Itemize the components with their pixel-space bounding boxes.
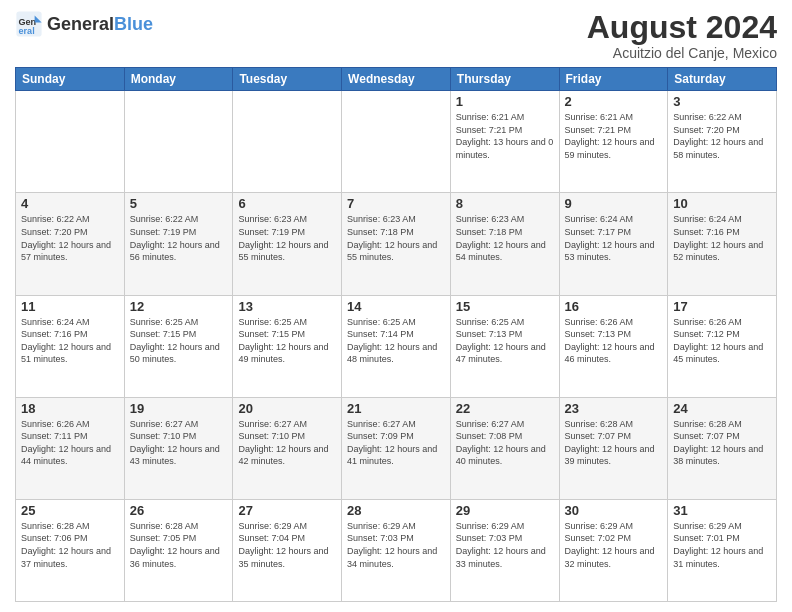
day-info: Sunrise: 6:21 AM Sunset: 7:21 PM Dayligh… xyxy=(565,111,663,161)
day-info: Sunrise: 6:26 AM Sunset: 7:12 PM Dayligh… xyxy=(673,316,771,366)
sunrise-text: Sunrise: 6:21 AM xyxy=(456,112,525,122)
table-row: 1 Sunrise: 6:21 AM Sunset: 7:21 PM Dayli… xyxy=(450,91,559,193)
daylight-text: Daylight: 12 hours and 39 minutes. xyxy=(565,444,655,467)
day-info: Sunrise: 6:29 AM Sunset: 7:03 PM Dayligh… xyxy=(456,520,554,570)
table-row: 9 Sunrise: 6:24 AM Sunset: 7:17 PM Dayli… xyxy=(559,193,668,295)
col-friday: Friday xyxy=(559,68,668,91)
day-info: Sunrise: 6:26 AM Sunset: 7:13 PM Dayligh… xyxy=(565,316,663,366)
day-number: 3 xyxy=(673,94,771,109)
title-block: August 2024 Acuitzio del Canje, Mexico xyxy=(587,10,777,61)
table-row: 14 Sunrise: 6:25 AM Sunset: 7:14 PM Dayl… xyxy=(342,295,451,397)
table-row xyxy=(124,91,233,193)
logo-blue-text: Blue xyxy=(114,14,153,34)
col-sunday: Sunday xyxy=(16,68,125,91)
day-number: 15 xyxy=(456,299,554,314)
day-info: Sunrise: 6:29 AM Sunset: 7:01 PM Dayligh… xyxy=(673,520,771,570)
day-number: 19 xyxy=(130,401,228,416)
day-number: 2 xyxy=(565,94,663,109)
sunset-text: Sunset: 7:20 PM xyxy=(21,227,88,237)
day-number: 31 xyxy=(673,503,771,518)
sunset-text: Sunset: 7:04 PM xyxy=(238,533,305,543)
day-info: Sunrise: 6:23 AM Sunset: 7:19 PM Dayligh… xyxy=(238,213,336,263)
sunrise-text: Sunrise: 6:28 AM xyxy=(21,521,90,531)
day-number: 16 xyxy=(565,299,663,314)
day-info: Sunrise: 6:21 AM Sunset: 7:21 PM Dayligh… xyxy=(456,111,554,161)
sunset-text: Sunset: 7:13 PM xyxy=(456,329,523,339)
day-info: Sunrise: 6:25 AM Sunset: 7:15 PM Dayligh… xyxy=(130,316,228,366)
sunrise-text: Sunrise: 6:21 AM xyxy=(565,112,634,122)
day-info: Sunrise: 6:25 AM Sunset: 7:13 PM Dayligh… xyxy=(456,316,554,366)
sunset-text: Sunset: 7:15 PM xyxy=(238,329,305,339)
sunset-text: Sunset: 7:20 PM xyxy=(673,125,740,135)
sunrise-text: Sunrise: 6:25 AM xyxy=(130,317,199,327)
day-number: 22 xyxy=(456,401,554,416)
sunrise-text: Sunrise: 6:24 AM xyxy=(21,317,90,327)
day-number: 25 xyxy=(21,503,119,518)
day-info: Sunrise: 6:29 AM Sunset: 7:02 PM Dayligh… xyxy=(565,520,663,570)
table-row xyxy=(233,91,342,193)
day-number: 11 xyxy=(21,299,119,314)
table-row: 24 Sunrise: 6:28 AM Sunset: 7:07 PM Dayl… xyxy=(668,397,777,499)
table-row: 8 Sunrise: 6:23 AM Sunset: 7:18 PM Dayli… xyxy=(450,193,559,295)
table-row: 15 Sunrise: 6:25 AM Sunset: 7:13 PM Dayl… xyxy=(450,295,559,397)
day-info: Sunrise: 6:24 AM Sunset: 7:16 PM Dayligh… xyxy=(673,213,771,263)
table-row: 3 Sunrise: 6:22 AM Sunset: 7:20 PM Dayli… xyxy=(668,91,777,193)
day-info: Sunrise: 6:28 AM Sunset: 7:06 PM Dayligh… xyxy=(21,520,119,570)
sunset-text: Sunset: 7:21 PM xyxy=(456,125,523,135)
daylight-text: Daylight: 12 hours and 47 minutes. xyxy=(456,342,546,365)
sunset-text: Sunset: 7:09 PM xyxy=(347,431,414,441)
sunrise-text: Sunrise: 6:28 AM xyxy=(673,419,742,429)
table-row: 16 Sunrise: 6:26 AM Sunset: 7:13 PM Dayl… xyxy=(559,295,668,397)
day-number: 14 xyxy=(347,299,445,314)
table-row xyxy=(342,91,451,193)
day-info: Sunrise: 6:23 AM Sunset: 7:18 PM Dayligh… xyxy=(456,213,554,263)
day-info: Sunrise: 6:28 AM Sunset: 7:05 PM Dayligh… xyxy=(130,520,228,570)
sunset-text: Sunset: 7:18 PM xyxy=(347,227,414,237)
sunrise-text: Sunrise: 6:27 AM xyxy=(347,419,416,429)
day-info: Sunrise: 6:29 AM Sunset: 7:03 PM Dayligh… xyxy=(347,520,445,570)
table-row: 7 Sunrise: 6:23 AM Sunset: 7:18 PM Dayli… xyxy=(342,193,451,295)
table-row: 23 Sunrise: 6:28 AM Sunset: 7:07 PM Dayl… xyxy=(559,397,668,499)
sunrise-text: Sunrise: 6:25 AM xyxy=(347,317,416,327)
daylight-text: Daylight: 12 hours and 41 minutes. xyxy=(347,444,437,467)
sunrise-text: Sunrise: 6:27 AM xyxy=(238,419,307,429)
sunrise-text: Sunrise: 6:23 AM xyxy=(347,214,416,224)
sunrise-text: Sunrise: 6:24 AM xyxy=(565,214,634,224)
daylight-text: Daylight: 12 hours and 32 minutes. xyxy=(565,546,655,569)
day-info: Sunrise: 6:29 AM Sunset: 7:04 PM Dayligh… xyxy=(238,520,336,570)
day-info: Sunrise: 6:23 AM Sunset: 7:18 PM Dayligh… xyxy=(347,213,445,263)
table-row: 26 Sunrise: 6:28 AM Sunset: 7:05 PM Dayl… xyxy=(124,499,233,601)
logo: Gen eral GeneralBlue xyxy=(15,10,153,38)
day-info: Sunrise: 6:26 AM Sunset: 7:11 PM Dayligh… xyxy=(21,418,119,468)
daylight-text: Daylight: 12 hours and 36 minutes. xyxy=(130,546,220,569)
sunset-text: Sunset: 7:03 PM xyxy=(347,533,414,543)
day-info: Sunrise: 6:25 AM Sunset: 7:15 PM Dayligh… xyxy=(238,316,336,366)
day-number: 30 xyxy=(565,503,663,518)
day-number: 17 xyxy=(673,299,771,314)
sunrise-text: Sunrise: 6:23 AM xyxy=(238,214,307,224)
table-row: 11 Sunrise: 6:24 AM Sunset: 7:16 PM Dayl… xyxy=(16,295,125,397)
daylight-text: Daylight: 12 hours and 43 minutes. xyxy=(130,444,220,467)
daylight-text: Daylight: 12 hours and 57 minutes. xyxy=(21,240,111,263)
sunrise-text: Sunrise: 6:29 AM xyxy=(238,521,307,531)
sunrise-text: Sunrise: 6:26 AM xyxy=(673,317,742,327)
col-tuesday: Tuesday xyxy=(233,68,342,91)
day-number: 10 xyxy=(673,196,771,211)
sunrise-text: Sunrise: 6:29 AM xyxy=(673,521,742,531)
sunset-text: Sunset: 7:05 PM xyxy=(130,533,197,543)
sunrise-text: Sunrise: 6:26 AM xyxy=(565,317,634,327)
daylight-text: Daylight: 12 hours and 52 minutes. xyxy=(673,240,763,263)
table-row: 19 Sunrise: 6:27 AM Sunset: 7:10 PM Dayl… xyxy=(124,397,233,499)
table-row: 25 Sunrise: 6:28 AM Sunset: 7:06 PM Dayl… xyxy=(16,499,125,601)
day-number: 8 xyxy=(456,196,554,211)
sunset-text: Sunset: 7:11 PM xyxy=(21,431,88,441)
sunset-text: Sunset: 7:10 PM xyxy=(238,431,305,441)
sunset-text: Sunset: 7:19 PM xyxy=(238,227,305,237)
sunrise-text: Sunrise: 6:27 AM xyxy=(130,419,199,429)
sunset-text: Sunset: 7:16 PM xyxy=(21,329,88,339)
day-number: 9 xyxy=(565,196,663,211)
sunrise-text: Sunrise: 6:28 AM xyxy=(130,521,199,531)
day-number: 6 xyxy=(238,196,336,211)
daylight-text: Daylight: 12 hours and 55 minutes. xyxy=(238,240,328,263)
table-row: 29 Sunrise: 6:29 AM Sunset: 7:03 PM Dayl… xyxy=(450,499,559,601)
